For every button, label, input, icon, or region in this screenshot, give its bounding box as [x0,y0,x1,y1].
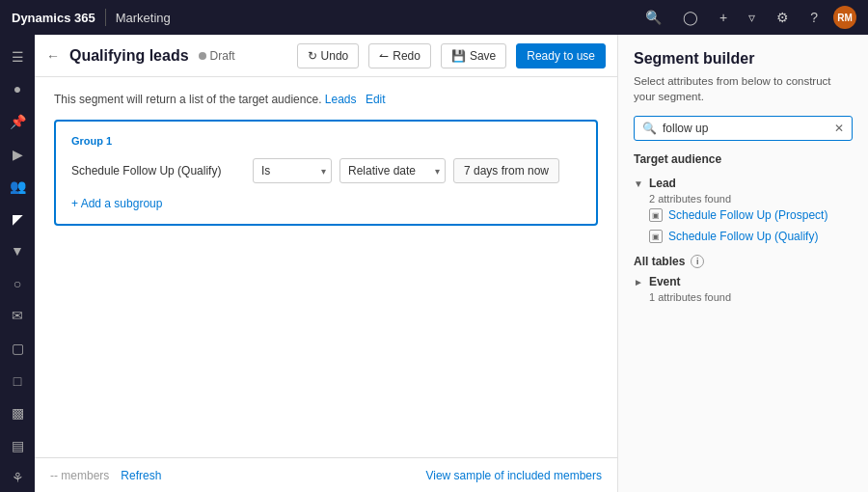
attr-icon-qualify: ▣ [649,230,663,243]
nav-divider [105,9,106,26]
condition-value: 7 days from now [453,158,559,183]
sidebar-globe-icon[interactable]: ○ [2,269,33,298]
refresh-link[interactable]: Refresh [121,469,161,482]
panel-title: Segment builder [618,35,868,73]
attribute-qualify[interactable]: ▣ Schedule Follow Up (Qualify) [634,226,853,247]
all-tables-info-icon[interactable]: i [691,255,704,268]
brand-name: Dynamics 365 [12,11,95,25]
attribute-prospect[interactable]: ▣ Schedule Follow Up (Prospect) [634,205,853,226]
notification-icon[interactable]: ◯ [677,10,704,25]
operator-select-wrapper: Is Is not Contains [253,158,332,183]
top-navigation: Dynamics 365 Marketing 🔍 ◯ + ▿ ⚙ ? RM [0,0,868,35]
undo-button[interactable]: ↻ Undo [297,43,360,68]
footer: -- members Refresh View sample of includ… [35,457,617,492]
info-text: This segment will return a list of the t… [54,93,598,106]
event-count: 1 attributes found [618,291,868,303]
audience-section: ▼ Lead 2 attributes found ▣ Schedule Fol… [618,174,868,247]
add-subgroup-button[interactable]: + Add a subgroup [71,197,581,210]
view-sample-link[interactable]: View sample of included members [425,469,602,482]
lead-category-name: Lead [649,177,676,190]
settings-icon[interactable]: ⚙ [771,10,795,25]
sidebar-pin-icon[interactable]: 📌 [2,107,33,136]
members-count: -- members [50,469,109,482]
ready-button[interactable]: Ready to use [516,43,606,68]
group-label: Group 1 [71,135,581,147]
type-select-wrapper: Relative date Exact date [339,158,446,183]
condition-row: Schedule Follow Up (Qualify) Is Is not C… [71,158,581,183]
sidebar-analytics-icon[interactable]: ▤ [2,431,33,460]
back-button[interactable]: ← [46,48,60,64]
sidebar-recent-icon[interactable]: ● [2,75,33,104]
event-expand-icon: ► [634,277,643,287]
search-box: 🔍 ✕ [634,116,853,141]
event-category-row[interactable]: ► Event [618,272,868,291]
sidebar-pages-icon[interactable]: ▢ [2,334,33,363]
group-box: Group 1 Schedule Follow Up (Qualify) Is … [54,120,598,226]
status-badge: Draft [199,49,235,63]
save-button[interactable]: 💾 Save [441,43,506,68]
sidebar-dropdown-icon[interactable]: ▼ [2,236,33,265]
status-label: Draft [210,49,235,63]
attr-icon-prospect: ▣ [649,208,663,222]
operator-select[interactable]: Is Is not Contains [253,158,332,183]
leads-link[interactable]: Leads [325,93,357,106]
panel-subtitle: Select attributes from below to construc… [618,73,868,116]
sidebar-segments-icon[interactable]: ◤ [2,205,33,233]
sidebar-play-icon[interactable]: ▶ [2,140,33,169]
redo-icon: ↼ [379,49,389,63]
lead-category-row[interactable]: ▼ Lead [634,174,853,193]
sidebar-email-icon[interactable]: ✉ [2,302,33,331]
main-content: ← Qualifying leads Draft ↻ Undo ↼ Redo 💾… [35,35,617,492]
undo-icon: ↻ [308,49,317,63]
save-icon: 💾 [451,49,466,63]
sidebar-chat-icon[interactable]: □ [2,367,33,396]
attr-name-qualify: Schedule Follow Up (Qualify) [668,230,818,243]
page-title: Qualifying leads [69,47,189,65]
redo-button[interactable]: ↼ Redo [368,43,431,68]
target-audience-header: Target audience [618,152,868,174]
expand-icon: ▼ [634,178,643,189]
sub-header: ← Qualifying leads Draft ↻ Undo ↼ Redo 💾… [35,35,617,77]
event-category-name: Event [649,275,681,288]
lead-count: 2 attributes found [634,193,853,205]
sidebar: ☰ ● 📌 ▶ 👥 ◤ ▼ ○ ✉ ▢ □ ▩ ▤ ⚘ [0,35,35,492]
edit-link[interactable]: Edit [366,93,386,106]
module-name: Marketing [116,11,171,25]
all-tables-header: All tables i [618,247,868,272]
type-select[interactable]: Relative date Exact date [339,158,446,183]
search-icon[interactable]: 🔍 [639,10,667,25]
sidebar-menu-icon[interactable]: ☰ [2,42,33,71]
search-icon: 🔍 [642,122,657,135]
search-clear-icon[interactable]: ✕ [834,122,844,135]
sidebar-contacts-icon[interactable]: 👥 [2,172,33,201]
condition-field-name: Schedule Follow Up (Qualify) [71,164,245,178]
avatar[interactable]: RM [833,6,856,29]
add-icon[interactable]: + [714,10,733,25]
filter-icon[interactable]: ▿ [743,10,761,25]
status-dot [199,52,206,60]
sidebar-library-icon[interactable]: ▩ [2,398,33,427]
attr-name-prospect: Schedule Follow Up (Prospect) [668,208,827,222]
help-icon[interactable]: ? [804,10,824,25]
content-area: This segment will return a list of the t… [35,77,617,457]
search-input[interactable] [663,122,828,135]
right-panel: Segment builder Select attributes from b… [617,35,868,492]
sidebar-settings2-icon[interactable]: ⚘ [2,464,33,492]
